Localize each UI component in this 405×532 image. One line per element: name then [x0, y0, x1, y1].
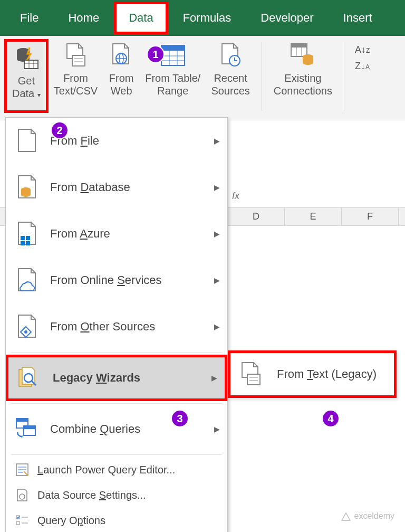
tab-data[interactable]: Data	[114, 2, 168, 34]
ribbon: Get Data ▾ From Text/CSV From Web From T…	[0, 36, 405, 120]
ribbon-separator	[262, 42, 262, 111]
from-text-csv-label: From Text/CSV	[54, 72, 98, 97]
chevron-right-icon: ▶	[214, 183, 220, 192]
svg-rect-52	[247, 374, 260, 385]
watermark: exceldemy	[341, 511, 394, 521]
tables-merge-icon	[14, 416, 40, 442]
document-stack-icon	[239, 362, 264, 387]
settings-file-icon	[14, 487, 30, 503]
sort-za-button[interactable]: Z↓A	[355, 61, 370, 72]
chevron-right-icon: ▶	[211, 374, 217, 382]
menu-separator	[11, 454, 222, 455]
from-text-csv-button[interactable]: From Text/CSV	[49, 39, 103, 113]
tab-home[interactable]: Home	[53, 2, 114, 34]
menu-from-other-sources[interactable]: From Other Sources ▶	[6, 303, 227, 350]
checklist-icon	[14, 512, 30, 528]
chevron-right-icon: ▶	[214, 276, 220, 284]
callout-3: 3	[171, 410, 189, 428]
col-e[interactable]: E	[285, 208, 342, 225]
svg-point-31	[21, 193, 31, 197]
from-web-button[interactable]: From Web	[103, 39, 140, 113]
menu-separator	[11, 352, 222, 353]
get-data-menu: From File ▶ From Database ▶ From Azure ▶…	[5, 117, 228, 532]
logo-icon	[341, 511, 351, 521]
get-data-label: Get Data ▾	[12, 74, 41, 100]
document-icon	[62, 42, 89, 69]
svg-rect-50	[16, 521, 20, 525]
menu-from-database[interactable]: From Database ▶	[6, 164, 227, 211]
svg-rect-35	[26, 241, 30, 245]
svg-rect-3	[24, 60, 38, 69]
tab-insert[interactable]: Insert	[329, 2, 387, 34]
menu-separator	[11, 403, 222, 404]
chevron-right-icon: ▶	[214, 425, 220, 433]
database-lightning-icon	[13, 45, 40, 71]
col-d[interactable]: D	[228, 208, 285, 225]
menu-query-options[interactable]: Query Options	[6, 508, 227, 532]
tab-formulas[interactable]: Formulas	[168, 2, 246, 34]
chevron-right-icon: ▶	[214, 230, 220, 238]
files-magnify-icon	[17, 365, 42, 391]
from-web-label: From Web	[109, 72, 134, 97]
callout-2: 2	[51, 121, 69, 139]
col-f[interactable]: F	[342, 208, 399, 225]
tab-developer[interactable]: Developer	[246, 2, 328, 34]
fx-label: fx	[232, 191, 239, 202]
menu-from-file[interactable]: From File ▶	[6, 118, 227, 164]
svg-point-28	[303, 61, 313, 65]
menu-launch-power-query[interactable]: Launch Power Query Editor...	[6, 457, 227, 482]
tab-file[interactable]: File	[5, 2, 53, 34]
menu-data-source-settings[interactable]: Data Source Settings...	[6, 482, 227, 508]
from-table-range-label: From Table/ Range	[145, 72, 200, 97]
file-cloud-icon	[14, 268, 40, 293]
file-database-icon	[14, 175, 40, 200]
chevron-right-icon: ▶	[214, 137, 220, 145]
editor-icon	[14, 462, 30, 478]
recent-sources-label: Recent Sources	[211, 72, 249, 97]
svg-rect-40	[16, 419, 28, 422]
callout-4: 4	[322, 410, 340, 428]
chevron-right-icon: ▶	[214, 322, 220, 331]
sort-buttons: A↓Z Z↓A	[355, 39, 370, 72]
callout-1: 1	[147, 45, 165, 63]
file-icon	[14, 128, 40, 154]
menu-from-azure[interactable]: From Azure ▶	[6, 211, 227, 257]
submenu-from-text-legacy[interactable]: From Text (Legacy)	[228, 350, 397, 398]
database-table-icon	[290, 42, 316, 69]
svg-point-36	[24, 330, 27, 334]
menu-from-online-services[interactable]: From Online Services ▶	[6, 257, 227, 303]
svg-rect-14	[161, 45, 185, 51]
document-clock-icon	[217, 42, 244, 69]
menu-legacy-wizards[interactable]: Legacy Wizards ▶	[6, 355, 227, 401]
svg-rect-33	[26, 236, 30, 240]
svg-rect-32	[21, 236, 25, 240]
existing-connections-button[interactable]: Existing Connections	[268, 39, 338, 113]
menu-combine-queries[interactable]: Combine Queries ▶	[6, 406, 227, 452]
svg-rect-7	[72, 55, 85, 66]
ribbon-separator	[344, 42, 344, 111]
file-azure-icon	[14, 221, 40, 246]
document-globe-icon	[108, 42, 134, 69]
svg-rect-42	[24, 426, 35, 429]
get-data-button[interactable]: Get Data ▾	[4, 39, 49, 113]
recent-sources-button[interactable]: Recent Sources	[206, 39, 255, 113]
svg-rect-34	[21, 241, 25, 245]
ribbon-tabs: File Home Data Formulas Developer Insert	[0, 0, 405, 36]
existing-connections-label: Existing Connections	[274, 72, 332, 97]
sort-az-button[interactable]: A↓Z	[355, 44, 370, 55]
svg-rect-23	[291, 44, 307, 48]
file-diamond-icon	[14, 314, 40, 339]
